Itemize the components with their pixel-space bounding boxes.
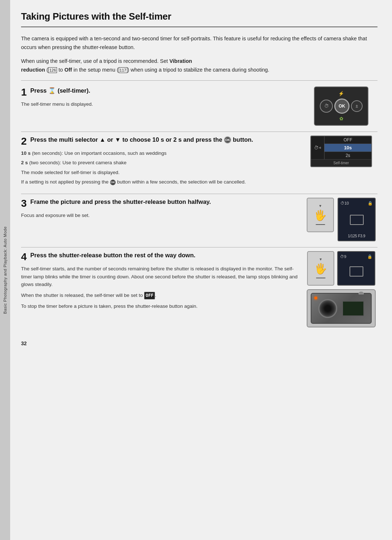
step-3-number: 3	[21, 198, 27, 209]
shutter-line: ━━━━━	[316, 223, 325, 226]
step-4-right: ▼ 🖐 ━━━━━ ⏱9 🔒	[305, 251, 377, 327]
exposure-button: ±	[351, 100, 363, 112]
camera-lcd	[342, 301, 364, 316]
vf-timer-icon: ⏱10	[340, 201, 349, 206]
step-1-right: ⚡ ⏱ OK ± ✿	[305, 86, 377, 126]
ok-button: OK	[334, 98, 350, 114]
step-4-left: 4 Press the shutter-release button the r…	[21, 251, 298, 327]
divider-1	[21, 80, 377, 81]
vf-center-area	[340, 207, 373, 233]
shutter-button-top	[359, 291, 364, 294]
timer-opt-10s: 10s	[324, 144, 371, 152]
step-2-section: 2 Press the multi selector ▲ or ▼ to cho…	[21, 136, 377, 194]
intro2-off: Off	[64, 67, 72, 73]
arrow-down-2: ▼	[319, 257, 323, 261]
step-1-btn-row-top: ⚡	[338, 91, 344, 96]
intro2-pre: When using the self-timer, use of a trip…	[21, 58, 170, 64]
page-title: Taking Pictures with the Self-timer	[21, 11, 377, 22]
step-3-viewfinder: ⏱10 🔒 1/125 F3.9	[338, 198, 376, 241]
step-3-images: ▼ 🖐 ━━━━━ ⏱10 🔒 1/125 F3.9	[307, 198, 376, 241]
step-4-number: 4	[21, 252, 27, 262]
page-number: 32	[21, 340, 377, 346]
half-press-illustration: ▼ 🖐 ━━━━━	[307, 198, 334, 232]
timer-icon-left: ⏱◁	[311, 136, 324, 159]
intro2-bold2: reduction	[21, 67, 45, 73]
step-2-heading: Press the multi selector ▲ or ▼ to choos…	[30, 136, 298, 144]
step-1-left: 1 Press ⌛ (self-timer). The self-timer m…	[21, 86, 298, 126]
vf-lock-icon: 🔒	[368, 201, 373, 206]
step-3-heading: Frame the picture and press the shutter-…	[30, 198, 298, 206]
shutter-line-2: ━━━━━	[316, 276, 325, 280]
step-3-right: ▼ 🖐 ━━━━━ ⏱10 🔒 1/125 F3.9	[305, 198, 377, 241]
intro2-ref1-wrap: (126 to Off in the setup menu (117) when…	[46, 67, 269, 73]
finger-icon-2: 🖐	[314, 263, 327, 275]
camera-body	[311, 293, 372, 324]
step-3-sub: Focus and exposure will be set.	[21, 211, 298, 219]
title-section: Taking Pictures with the Self-timer	[21, 11, 377, 27]
timer-options-col: OFF 10s 2s	[324, 136, 371, 159]
step-2-menu-ui: ⏱◁ OFF 10s 2s Self-timer	[310, 136, 372, 167]
macro-icon: ✿	[339, 116, 343, 121]
timer-lamp	[314, 297, 317, 299]
menu-content: ⏱◁ OFF 10s 2s	[311, 136, 371, 159]
self-timer-caption: Self-timer	[311, 159, 371, 166]
step-4-heading: Press the shutter-release button the res…	[30, 251, 298, 259]
step-4-viewfinder: ⏱9 🔒	[337, 251, 375, 286]
vf-focus-bracket	[350, 215, 364, 225]
intro2-post: in the setup menu (	[72, 67, 118, 73]
vf-exposure-info: 1/125 F3.9	[340, 234, 373, 238]
vf2-focus-bracket	[350, 266, 363, 277]
step-1-number: 1	[21, 87, 27, 97]
step-4-sub-3: To stop the timer before a picture is ta…	[21, 302, 298, 310]
finger-icon: 🖐	[314, 209, 327, 221]
step-1-sub: The self-timer menu is displayed.	[21, 100, 298, 108]
step-2-sub: 10 s (ten seconds): Use on important occ…	[21, 149, 298, 186]
sidebar-label-text: Basic Photography and Playback: Auto Mod…	[3, 226, 7, 314]
ok-inline-icon-small: OK	[110, 180, 116, 185]
step-4-section: 4 Press the shutter-release button the r…	[21, 251, 377, 333]
vf2-lock-icon: 🔒	[367, 254, 372, 259]
ok-inline-icon: OK	[224, 136, 231, 144]
step-3-section: 3 Frame the picture and press the shutte…	[21, 198, 377, 247]
full-press-illustration: ▼ 🖐 ━━━━━	[307, 251, 334, 286]
intro-paragraph-1: The camera is equipped with a ten-second…	[21, 35, 377, 52]
vf2-center	[340, 261, 372, 282]
step-1-heading-container: 1 Press ⌛ (self-timer).	[21, 86, 298, 97]
intro2-mid: to	[57, 67, 64, 73]
step-4-sub-2: When the shutter is released, the self-t…	[21, 291, 298, 299]
step-2-sub-2: 2 s (two seconds): Use to prevent camera…	[21, 159, 298, 167]
step-1-sub-line-1: The self-timer menu is displayed.	[21, 100, 298, 108]
vf2-timer-icon: ⏱9	[340, 254, 346, 259]
intro2-bold1: Vibration	[170, 58, 192, 64]
camera-lens	[318, 299, 337, 318]
step-2-left: 2 Press the multi selector ▲ or ▼ to cho…	[21, 136, 298, 188]
arrow-down-icon: ▼	[319, 204, 322, 208]
step-4-heading-container: 4 Press the shutter-release button the r…	[21, 251, 298, 262]
step-3-heading-container: 3 Frame the picture and press the shutte…	[21, 198, 298, 209]
step-1-camera-ui: ⚡ ⏱ OK ± ✿	[314, 86, 368, 126]
intro-paragraph-2: When using the self-timer, use of a trip…	[21, 57, 377, 74]
step-3-sub-1: Focus and exposure will be set.	[21, 211, 298, 219]
step-4-images: ▼ 🖐 ━━━━━ ⏱9 🔒	[307, 251, 376, 327]
camera-body-illustration	[307, 289, 376, 327]
intro2-end: ) when using a tripod to stabilize the c…	[127, 67, 269, 73]
step-2-heading-container: 2 Press the multi selector ▲ or ▼ to cho…	[21, 136, 298, 146]
main-content: Taking Pictures with the Self-timer The …	[10, 0, 392, 540]
step-2-right: ⏱◁ OFF 10s 2s Self-timer	[305, 136, 377, 188]
self-timer-button: ⏱	[320, 100, 333, 113]
step-1-heading: Press ⌛ (self-timer).	[30, 86, 298, 95]
ref-icon-1: 126	[48, 67, 57, 73]
ref-icon-2: 117	[119, 67, 127, 73]
vf-top: ⏱10 🔒	[340, 201, 373, 206]
step-2-sub-1: 10 s (ten seconds): Use on important occ…	[21, 149, 298, 157]
step-2-sub-3: The mode selected for self-timer is disp…	[21, 169, 298, 177]
step-1-btn-row-mid: ⏱ OK ±	[320, 98, 363, 114]
step-3-left: 3 Frame the picture and press the shutte…	[21, 198, 298, 241]
flash-icon: ⚡	[338, 91, 344, 96]
sidebar: Basic Photography and Playback: Auto Mod…	[0, 0, 10, 540]
off-badge: OFF	[144, 292, 155, 299]
step-2-sub-4: If a setting is not applied by pressing …	[21, 178, 298, 186]
step-4-sub: The self-timer starts, and the number of…	[21, 265, 298, 310]
timer-opt-off: OFF	[324, 136, 371, 144]
step-4-top-images: ▼ 🖐 ━━━━━ ⏱9 🔒	[307, 251, 375, 286]
